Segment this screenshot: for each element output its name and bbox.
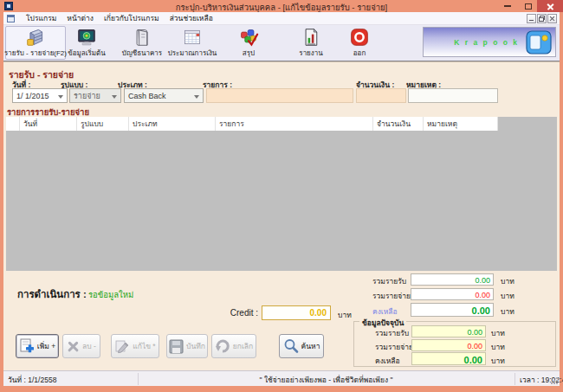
statusbar: วันที่ : 1/1/2558 " ใช้จ่ายอย่างเพียงพอ … xyxy=(3,370,560,386)
toolbar-button-label: รายรับ - รายจ่าย(F2) xyxy=(4,48,67,59)
operation-status: รอข้อมูลใหม่ xyxy=(88,288,133,301)
maximize-icon xyxy=(525,3,532,10)
current-expense-label: รวมรายจ่าย xyxy=(375,341,413,353)
add-button[interactable]: เพิ่ม + xyxy=(16,334,59,358)
menubar: โปรแกรม หน้าต่าง เกี่ยวกับโปรแกรม ส่วนช่… xyxy=(3,12,560,25)
edit-pencil-icon xyxy=(114,338,130,354)
total-income-field: 0.00 xyxy=(411,273,494,286)
delete-button-label: ลบ - xyxy=(82,340,96,352)
mdi-child-icon xyxy=(7,15,15,22)
toolbar-button-label: บัญชีธนาคาร xyxy=(122,48,162,59)
total-income-label: รวมรายรับ xyxy=(372,275,406,287)
minimize-icon xyxy=(504,5,511,7)
menu-about[interactable]: เกี่ยวกับโปรแกรม xyxy=(99,12,165,24)
menu-program[interactable]: โปรแกรม xyxy=(21,12,61,24)
table-header-selector[interactable] xyxy=(6,117,20,131)
chevron-down-icon xyxy=(58,95,63,99)
edit-button-label: แก้ไข * xyxy=(133,340,155,352)
maximize-button[interactable] xyxy=(520,0,537,12)
delete-button[interactable]: ลบ - xyxy=(62,334,100,358)
close-button[interactable] xyxy=(537,0,563,12)
toolbar-budget-button[interactable]: ประมาณการเงิน xyxy=(163,26,222,60)
toolbar-bank-account-button[interactable]: บัญชีธนาคาร xyxy=(114,26,170,60)
bank-account-icon xyxy=(131,28,153,47)
table-header-date[interactable]: วันที่ xyxy=(20,117,77,131)
table-header: วันที่ รูปแบบ ประเภท รายการ จำนวนเงิน หม… xyxy=(6,117,498,131)
mdi-window-controls xyxy=(527,14,557,23)
date-picker[interactable]: 1/ 1/2015 xyxy=(12,88,68,103)
toolbar-button-label: ข้อมูลเริ่มต้น xyxy=(68,48,105,59)
mdi-close-icon xyxy=(549,16,555,22)
current-balance-field: 0.00 xyxy=(411,352,486,365)
report-icon xyxy=(300,28,322,47)
table-header-type[interactable]: รูปแบบ xyxy=(77,117,129,131)
total-expense-label: รวมรายจ่าย xyxy=(372,290,411,302)
minimize-button[interactable] xyxy=(499,0,516,12)
toolbar-button-label: ประมาณการเงิน xyxy=(168,48,217,59)
table-header-amount[interactable]: จำนวนเงิน xyxy=(373,117,424,131)
close-icon xyxy=(547,3,554,10)
logo-text: K r a p o o k xyxy=(454,38,519,47)
toolbar-initial-data-button[interactable]: ข้อมูลเริ่มต้น xyxy=(61,26,113,60)
mdi-minimize-icon xyxy=(529,20,534,22)
table-header-category[interactable]: ประเภท xyxy=(129,117,216,131)
table-header-item[interactable]: รายการ xyxy=(216,117,373,131)
exit-icon xyxy=(348,28,371,47)
current-income-label: รวมรายรับ xyxy=(375,327,409,339)
statusbar-date: วันที่ : 1/1/2558 xyxy=(8,374,56,386)
toolbar-income-expense-button[interactable]: รายรับ - รายจ่าย(F2) xyxy=(5,26,66,60)
mdi-restore-button[interactable] xyxy=(537,14,547,23)
toolbar-button-label: สรุป xyxy=(243,48,255,59)
amount-input[interactable] xyxy=(356,88,406,103)
menu-help[interactable]: ส่วนช่วยเหลือ xyxy=(165,12,218,24)
krapook-logo-icon xyxy=(526,30,552,55)
current-data-group: ข้อมูลปัจจุบัน รวมรายรับ 0.00 บาท รวมราย… xyxy=(353,321,556,367)
menu-window[interactable]: หน้าต่าง xyxy=(61,12,99,24)
logo-panel: K r a p o o k xyxy=(423,27,556,57)
add-button-label: เพิ่ม + xyxy=(37,340,55,352)
toolbar-exit-button[interactable]: ออก xyxy=(341,26,378,60)
unit-baht: บาท xyxy=(491,341,505,353)
item-input[interactable] xyxy=(206,88,353,103)
transaction-table[interactable]: วันที่ รูปแบบ ประเภท รายการ จำนวนเงิน หม… xyxy=(6,117,557,271)
credit-unit: บาท xyxy=(338,309,352,321)
delete-icon xyxy=(67,340,80,353)
chevron-down-icon xyxy=(112,95,117,99)
statusbar-separator xyxy=(514,373,515,385)
unit-baht: บาท xyxy=(501,305,514,318)
table-header-note[interactable]: หมายเหตุ xyxy=(424,117,498,131)
toolbar: รายรับ - รายจ่าย(F2) ข้อมูลเริ่มต้น บัญช… xyxy=(3,25,560,61)
cancel-button-label: ยกเลิก xyxy=(233,340,253,352)
resize-grip[interactable] xyxy=(550,376,559,385)
summary-icon xyxy=(237,28,260,47)
category-select[interactable]: Cash Back xyxy=(124,88,204,103)
date-value: 1/ 1/2015 xyxy=(16,92,49,100)
toolbar-summary-button[interactable]: สรุป xyxy=(227,26,270,60)
unit-baht: บาท xyxy=(501,290,514,302)
current-balance-label: คงเหลือ xyxy=(375,355,400,367)
toolbar-report-button[interactable]: รายงาน xyxy=(288,26,334,60)
unit-baht: บาท xyxy=(501,275,514,287)
cancel-button[interactable]: ยกเลิก xyxy=(211,334,256,358)
current-expense-field: 0.00 xyxy=(411,339,486,351)
main-area: รายรับ - รายจ่าย วันที่ : รูปแบบ : ประเภ… xyxy=(3,61,560,370)
type-select[interactable]: รายจ่าย xyxy=(69,88,121,103)
add-icon xyxy=(19,338,35,354)
note-input[interactable] xyxy=(408,88,498,103)
income-expense-icon xyxy=(24,28,47,47)
credit-field: 0.00 xyxy=(262,305,331,320)
unit-baht: บาท xyxy=(491,327,505,339)
save-button[interactable]: บันทึก xyxy=(166,334,208,358)
credit-label: Credit : xyxy=(196,308,258,318)
edit-button[interactable]: แก้ไข * xyxy=(111,334,159,358)
search-button[interactable]: ค้นหา xyxy=(279,334,324,358)
statusbar-message: " ใช้จ่ายอย่างเพียงพอ - เพื่อชีวิตที่พอเ… xyxy=(138,374,514,386)
search-button-label: ค้นหา xyxy=(301,340,320,352)
mdi-minimize-button[interactable] xyxy=(527,14,536,23)
category-value: Cash Back xyxy=(128,92,166,100)
mdi-close-button[interactable] xyxy=(547,14,557,23)
current-income-field: 0.00 xyxy=(411,325,486,337)
save-floppy-icon xyxy=(169,339,184,354)
type-value: รายจ่าย xyxy=(74,90,100,102)
chevron-down-icon xyxy=(194,95,199,99)
